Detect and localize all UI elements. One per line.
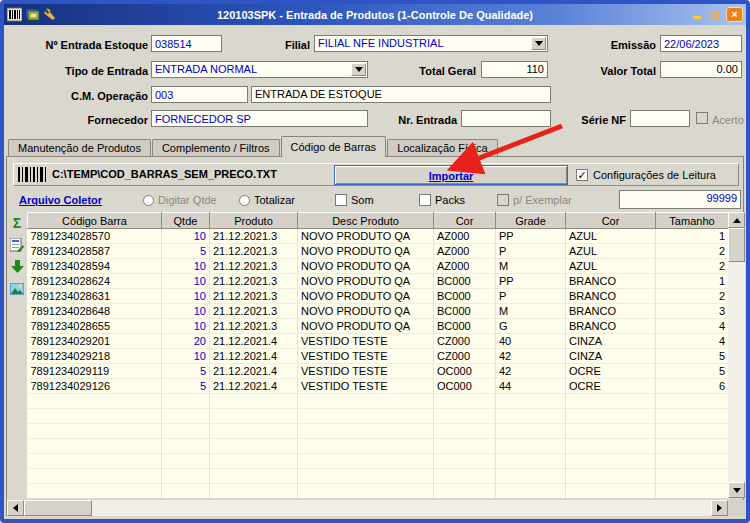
table-row[interactable]: 78912340286241021.12.2021.3NOVO PRODUTO … bbox=[28, 274, 729, 289]
table-row[interactable]: 78912340286551021.12.2021.3NOVO PRODUTO … bbox=[28, 319, 729, 334]
down-arrow-icon bbox=[733, 488, 741, 493]
table-row[interactable]: 78912340292181021.12.2021.4VESTIDO TESTE… bbox=[28, 349, 729, 364]
download-button[interactable] bbox=[9, 259, 25, 275]
column-header[interactable]: Tamanho bbox=[656, 213, 729, 229]
total-geral-label: Total Geral bbox=[376, 65, 476, 78]
table-row[interactable]: 78912340286311021.12.2021.3NOVO PRODUTO … bbox=[28, 289, 729, 304]
cell: OCRE bbox=[566, 364, 656, 379]
valor-total-value: 0.00 bbox=[660, 61, 742, 78]
cell: 7891234028631 bbox=[28, 289, 162, 304]
table-row[interactable]: 7891234028587521.12.2021.3NOVO PRODUTO Q… bbox=[28, 244, 729, 259]
cell bbox=[496, 439, 566, 454]
tab-codigo-de-barras[interactable]: Código de Barras bbox=[281, 136, 387, 157]
cell: 7891234028648 bbox=[28, 304, 162, 319]
cell: BRANCO bbox=[566, 319, 656, 334]
cell: NOVO PRODUTO QA bbox=[298, 289, 434, 304]
emissao-label: Emissão bbox=[556, 39, 656, 52]
horizontal-scrollbar[interactable] bbox=[7, 500, 745, 516]
scroll-left-button[interactable] bbox=[7, 500, 24, 516]
exemplar-field[interactable]: 99999 bbox=[619, 190, 741, 209]
chevron-down-icon[interactable] bbox=[351, 63, 366, 76]
hscroll-thumb[interactable] bbox=[24, 500, 92, 516]
cell bbox=[298, 424, 434, 439]
cm-operacao-desc: ENTRADA DE ESTOQUE bbox=[251, 86, 551, 103]
column-header[interactable]: Qtde bbox=[162, 213, 210, 229]
edit-list-button[interactable] bbox=[9, 237, 25, 253]
table-row[interactable]: 78912340285941021.12.2021.3NOVO PRODUTO … bbox=[28, 259, 729, 274]
column-header[interactable]: Desc Produto bbox=[298, 213, 434, 229]
window-controls: × bbox=[688, 7, 743, 22]
import-bar: C:\TEMP\COD_BARRAS_SEM_PRECO.TXT Importa… bbox=[13, 163, 739, 186]
filial-select[interactable]: FILIAL NFE INDUSTRIAL bbox=[314, 35, 548, 52]
importar-button[interactable]: Importar bbox=[334, 165, 568, 185]
scroll-right-button[interactable] bbox=[711, 500, 728, 516]
vertical-scrollbar[interactable] bbox=[728, 212, 745, 498]
column-header[interactable]: Cor bbox=[434, 213, 496, 229]
table-row[interactable]: 78912340292012021.12.2021.4VESTIDO TESTE… bbox=[28, 334, 729, 349]
packs-checkbox[interactable] bbox=[419, 194, 431, 206]
arquivo-coletor-option[interactable]: Arquivo Coletor bbox=[19, 194, 102, 207]
cell: CZ000 bbox=[434, 334, 496, 349]
tipo-entrada-select[interactable]: ENTRADA NORMAL bbox=[151, 61, 368, 78]
sum-button[interactable]: Σ bbox=[9, 215, 25, 231]
cell: 10 bbox=[162, 319, 210, 334]
cell bbox=[566, 484, 656, 499]
cell: PP bbox=[496, 274, 566, 289]
cell: 7891234028655 bbox=[28, 319, 162, 334]
tab-complemento-filtros[interactable]: Complemento / Filtros bbox=[152, 139, 280, 157]
cell bbox=[434, 409, 496, 424]
cm-operacao-field[interactable] bbox=[151, 86, 248, 103]
scroll-down-button[interactable] bbox=[728, 482, 745, 498]
table-row[interactable]: 78912340285701021.12.2021.3NOVO PRODUTO … bbox=[28, 229, 729, 244]
column-header[interactable]: Produto bbox=[210, 213, 298, 229]
emissao-field[interactable] bbox=[660, 35, 742, 52]
column-header[interactable]: Cor bbox=[566, 213, 656, 229]
grid-toolbar: Σ bbox=[9, 215, 27, 303]
cell: PP bbox=[496, 229, 566, 244]
grid-header-row: Código BarraQtdeProdutoDesc ProdutoCorGr… bbox=[28, 213, 729, 229]
vscroll-thumb[interactable] bbox=[728, 228, 745, 262]
empty-row bbox=[28, 409, 729, 424]
digitar-qtde-radio[interactable] bbox=[143, 195, 154, 206]
som-checkbox[interactable] bbox=[335, 194, 347, 206]
tab-manutencao-de-produtos[interactable]: Manutenção de Produtos bbox=[8, 139, 151, 157]
cell: 42 bbox=[496, 364, 566, 379]
cell bbox=[298, 409, 434, 424]
cell: M bbox=[496, 304, 566, 319]
cell: 44 bbox=[496, 379, 566, 394]
cell bbox=[434, 484, 496, 499]
totalizar-radio[interactable] bbox=[239, 195, 250, 206]
minimize-button[interactable] bbox=[688, 7, 705, 22]
column-header[interactable]: Código Barra bbox=[28, 213, 162, 229]
left-arrow-icon bbox=[13, 504, 18, 512]
configuracoes-checkbox[interactable]: ✓ bbox=[576, 169, 588, 181]
cell bbox=[162, 424, 210, 439]
fornecedor-field[interactable] bbox=[151, 110, 368, 127]
table-row[interactable]: 7891234029126521.12.2021.4VESTIDO TESTEO… bbox=[28, 379, 729, 394]
cell: OC000 bbox=[434, 379, 496, 394]
cell: 40 bbox=[496, 334, 566, 349]
cell bbox=[656, 469, 729, 484]
tab-localizacao-fisica[interactable]: Localização Física bbox=[387, 139, 498, 157]
cell: AZUL bbox=[566, 244, 656, 259]
image-button[interactable] bbox=[9, 281, 25, 297]
serie-nf-field[interactable] bbox=[630, 110, 690, 127]
close-button[interactable]: × bbox=[726, 7, 743, 22]
cell: 7891234028587 bbox=[28, 244, 162, 259]
chevron-down-icon[interactable] bbox=[531, 37, 546, 50]
cell bbox=[210, 394, 298, 409]
table-row[interactable]: 78912340286481021.12.2021.3NOVO PRODUTO … bbox=[28, 304, 729, 319]
cell: NOVO PRODUTO QA bbox=[298, 244, 434, 259]
cell: 21.12.2021.4 bbox=[210, 379, 298, 394]
scroll-up-button[interactable] bbox=[728, 212, 745, 228]
codigo-de-barras-panel: C:\TEMP\COD_BARRAS_SEM_PRECO.TXT Importa… bbox=[6, 156, 744, 516]
column-header[interactable]: Grade bbox=[496, 213, 566, 229]
p-exemplar-checkbox[interactable] bbox=[497, 194, 509, 206]
maximize-button[interactable] bbox=[707, 7, 724, 22]
table-row[interactable]: 7891234029119521.12.2021.4VESTIDO TESTEO… bbox=[28, 364, 729, 379]
cell bbox=[162, 394, 210, 409]
cell: 5 bbox=[162, 364, 210, 379]
acerto-checkbox[interactable] bbox=[696, 112, 708, 124]
entrada-estoque-label: Nº Entrada Estoque bbox=[6, 39, 148, 52]
cell bbox=[28, 454, 162, 469]
